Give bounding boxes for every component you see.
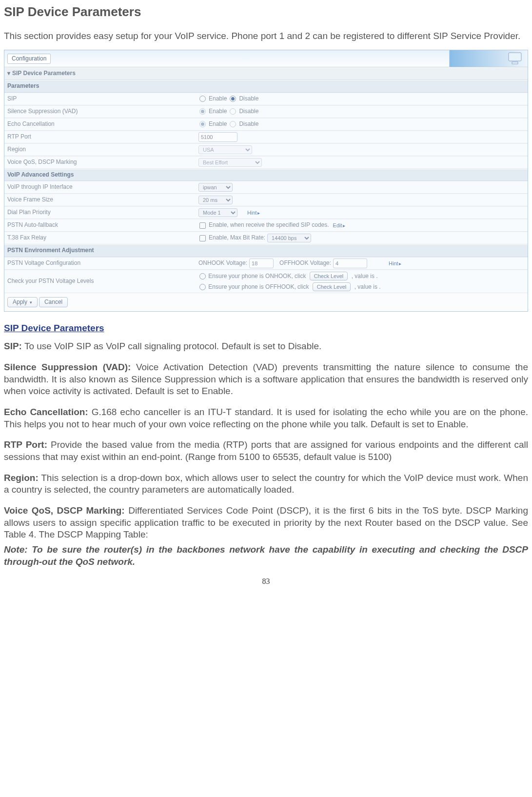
accordion-sip-device-parameters[interactable]: ▾SIP Device Parameters	[4, 67, 528, 80]
button-bar: Apply Cancel	[4, 293, 528, 312]
row-iface: VoIP through IP Interface ipwan	[4, 181, 528, 194]
bold-echo: Echo Cancellation:	[4, 407, 88, 417]
row-t38: T.38 Fax Relay Enable, Max Bit Rate: 144…	[4, 232, 528, 244]
svg-rect-0	[509, 53, 521, 61]
bold-region: Region:	[4, 473, 39, 483]
section-parameters: Parameters	[4, 80, 528, 93]
cancel-button[interactable]: Cancel	[39, 297, 68, 308]
select-region[interactable]: USA	[198, 145, 252, 154]
para-sip: SIP: To use VoIP SIP as VoIP call signal…	[4, 340, 528, 353]
bold-rtp: RTP Port:	[4, 439, 47, 450]
row-echo: Echo Cancellation Enable Disable	[4, 118, 528, 131]
label-t38: T.38 Fax Relay	[4, 232, 196, 244]
apply-button[interactable]: Apply	[7, 297, 38, 308]
label-fallback: PSTN Auto-fallback	[4, 219, 196, 231]
checkbox-fallback[interactable]	[199, 222, 206, 229]
row-region: Region USA	[4, 143, 528, 156]
bold-sip: SIP:	[4, 341, 22, 351]
page-number: 83	[4, 577, 528, 587]
row-frame: Voice Frame Size 20 ms	[4, 194, 528, 206]
input-onhook-voltage[interactable]	[249, 259, 274, 268]
row-dial: Dial Plan Priority Mode 1 Hint	[4, 206, 528, 219]
subheading-sip-device-parameters: SIP Device Parameters	[4, 322, 528, 335]
para-vad: Silence Suppression (VAD): Voice Activat…	[4, 361, 528, 398]
label-frame: Voice Frame Size	[4, 194, 196, 206]
section-voip-advanced: VoIP Advanced Settings	[4, 169, 528, 181]
label-rtp: RTP Port	[4, 131, 196, 143]
header-tab-configuration[interactable]: Configuration	[7, 54, 51, 64]
select-qos[interactable]: Best Effort	[198, 158, 262, 167]
note-text: Note: To be sure the router(s) in the ba…	[4, 544, 528, 568]
hint-voltage[interactable]: Hint	[389, 260, 401, 267]
row-qos: Voice QoS, DSCP Marking Best Effort	[4, 156, 528, 169]
text-region: This selection is a drop-down box, which…	[4, 473, 528, 495]
offhook-label: OFFHOOK Voltage:	[279, 259, 331, 267]
text-rtp: Provide the based value from the media (…	[4, 439, 528, 462]
radio-onhook-check[interactable]	[199, 273, 206, 279]
select-dial[interactable]: Mode 1	[198, 208, 237, 217]
text-t38: Enable, Max Bit Rate:	[209, 234, 265, 242]
select-iface[interactable]: ipwan	[198, 183, 233, 192]
row-vad: Silence Suppression (VAD) Enable Disable	[4, 105, 528, 118]
section-pstn: PSTN Environment Adjustment	[4, 244, 528, 257]
radio-offhook-check[interactable]	[199, 284, 206, 290]
chevron-down-icon: ▾	[7, 70, 10, 77]
check-level-offhook-button[interactable]: Check Level	[313, 282, 351, 291]
radio-sip-disable[interactable]	[230, 96, 236, 102]
row-fallback: PSTN Auto-fallback Enable, when receive …	[4, 219, 528, 232]
screenshot-header: Configuration	[4, 50, 528, 67]
opt-vad-disable: Disable	[239, 108, 258, 116]
label-qos: Voice QoS, DSCP Marking	[4, 157, 196, 168]
check-level-onhook-button[interactable]: Check Level	[310, 272, 348, 280]
label-echo: Echo Cancellation	[4, 119, 196, 130]
para-rtp: RTP Port: Provide the based value from t…	[4, 439, 528, 463]
page-title: SIP Device Parameters	[4, 4, 528, 20]
opt-echo-disable: Disable	[239, 120, 258, 128]
row-check-levels: Check your PSTN Voltage Levels Ensure yo…	[4, 270, 528, 293]
text-sip: To use VoIP SIP as VoIP call signaling p…	[22, 341, 321, 351]
header-decoration	[449, 50, 528, 67]
label-pstn-voltage: PSTN Voltage Configuration	[4, 258, 196, 269]
hint-dial[interactable]: Hint	[247, 209, 260, 216]
label-iface: VoIP through IP Interface	[4, 181, 196, 193]
label-dial: Dial Plan Priority	[4, 207, 196, 219]
text-onhook-a: Ensure your phone is ONHOOK, click	[208, 273, 306, 279]
label-check-levels: Check your PSTN Voltage Levels	[4, 276, 196, 287]
radio-echo-disable[interactable]	[230, 121, 236, 127]
text-offhook-b: , value is .	[355, 283, 381, 290]
intro-text: This section provides easy setup for you…	[4, 30, 528, 42]
input-offhook-voltage[interactable]	[333, 259, 367, 268]
opt-sip-disable: Disable	[239, 95, 258, 103]
text-fallback: Enable, when receive the specified SIP c…	[209, 221, 329, 229]
checkbox-t38[interactable]	[199, 235, 206, 241]
para-qos: Voice QoS, DSCP Marking: Differentiated …	[4, 505, 528, 541]
opt-sip-enable: Enable	[209, 95, 227, 103]
row-rtp: RTP Port	[4, 131, 528, 143]
radio-vad-disable[interactable]	[230, 108, 236, 115]
label-region: Region	[4, 144, 196, 156]
monitor-icon	[507, 52, 524, 65]
bold-vad: Silence Suppression (VAD):	[4, 362, 131, 372]
config-screenshot: Configuration ▾SIP Device Parameters Par…	[4, 50, 528, 312]
onhook-label: ONHOOK Voltage:	[198, 259, 247, 267]
para-echo: Echo Cancellation: G.168 echo canceller …	[4, 406, 528, 430]
text-offhook-a: Ensure your phone is OFFHOOK, click	[208, 283, 309, 290]
bold-qos: Voice QoS, DSCP Marking:	[4, 505, 125, 516]
select-t38-rate[interactable]: 14400 bps	[267, 234, 311, 242]
row-pstn-voltage: PSTN Voltage Configuration ONHOOK Voltag…	[4, 257, 528, 270]
row-sip: SIP Enable Disable	[4, 93, 528, 105]
opt-echo-enable: Enable	[209, 120, 227, 128]
svg-rect-1	[512, 62, 518, 64]
input-rtp-port[interactable]	[198, 132, 237, 142]
opt-vad-enable: Enable	[209, 108, 227, 116]
edit-fallback[interactable]: Edit	[333, 222, 345, 229]
select-frame[interactable]: 20 ms	[198, 196, 233, 204]
radio-sip-enable[interactable]	[199, 96, 206, 102]
radio-vad-enable[interactable]	[199, 108, 206, 115]
para-region: Region: This selection is a drop-down bo…	[4, 472, 528, 496]
text-onhook-b: , value is .	[352, 273, 378, 279]
label-vad: Silence Suppression (VAD)	[4, 106, 196, 118]
radio-echo-enable[interactable]	[199, 121, 206, 127]
label-sip: SIP	[4, 93, 196, 105]
accordion-label: SIP Device Parameters	[12, 70, 76, 77]
